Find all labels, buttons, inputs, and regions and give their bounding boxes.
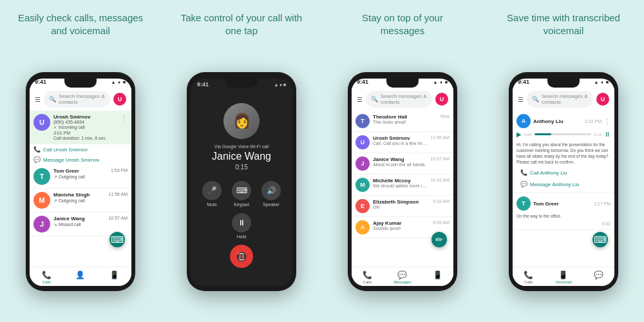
action-call-urosh[interactable]: 📞 Call Urosh Smirnov	[30, 144, 131, 155]
call-avatar-wrap: 👩 Via Google Voice Wi-Fi call Janice Wan…	[191, 90, 292, 171]
vm-duration-end-anthony: 0:12	[594, 133, 601, 137]
nav-voicemail-m[interactable]: 📱	[433, 270, 442, 284]
msg-time-urosh: 11:56 AM	[430, 135, 450, 140]
action-call-label-1: Call Urosh Smirnov	[43, 147, 88, 153]
vm-item-anthony[interactable]: A Anthony Liu 2:32 PM ⋮ ▶ 0:00	[513, 111, 614, 193]
fab-voicemail[interactable]: ⌨	[592, 232, 608, 247]
fab-messages[interactable]: ✏	[431, 232, 447, 247]
end-call-button[interactable]: 📵	[230, 245, 253, 268]
speaker-button[interactable]: 🔊 Speaker	[261, 181, 281, 207]
contact-avatar-manisha: M	[33, 192, 50, 209]
vm-progress-bar-anthony[interactable]	[535, 133, 592, 135]
hold-icon: ⏸	[232, 213, 251, 232]
contact-info-urosh: Urosh Smirnov (850) 435-4634 ✓ Incoming …	[53, 114, 118, 140]
phone-messages-screen: 9:41 ▲ ♦ ■ ☰ 🔍 Search messages & contact…	[352, 79, 453, 286]
nav-calls-m[interactable]: 📞 Calls	[363, 270, 372, 284]
phone-status-1: ▲ ♦ ■	[111, 80, 126, 84]
msg-item-janice[interactable]: J Janice Wang About to join the all hand…	[352, 153, 453, 175]
vm-duration-start-anthony: 0:00	[524, 133, 532, 137]
hamburger-icon-4: ☰	[518, 96, 524, 103]
contact-name-tom: Tom Greer	[53, 168, 108, 174]
search-input-4[interactable]: 🔍 Search messages & contacts	[527, 91, 593, 108]
msg-avatar-michelle: M	[355, 178, 370, 192]
contact-name-urosh: Urosh Smirnov	[53, 114, 118, 120]
contact-item-tom[interactable]: T Tom Greer ↗ Outgoing call 1:53 PM	[30, 165, 131, 189]
phone-messages: 9:41 ▲ ♦ ■ ☰ 🔍 Search messages & contact…	[348, 72, 457, 291]
more-icon-urosh[interactable]: ⋮	[121, 114, 128, 121]
action-msg-urosh[interactable]: 💬 Message Urosh Smirnov	[30, 155, 131, 165]
panel-messages-title: Stay on top of your messages	[362, 12, 443, 39]
msg-preview-michelle: We should gather more information on...	[373, 184, 427, 188]
contact-item-active[interactable]: U Urosh Smirnov (850) 435-4634 ✓ Incomin…	[30, 111, 131, 144]
vm-name-tom: Tom Greer	[533, 201, 559, 207]
msg-info-elizabeth: Elizabeth Simpson Ok!	[373, 199, 430, 209]
contact-item-manisha[interactable]: M Manisha Singh ↗ Outgoing call 11:56 AM	[30, 189, 131, 213]
call-name: Janice Wang	[212, 151, 271, 162]
msg-item-theodore[interactable]: T Theodore Hall This looks great! Now	[352, 111, 453, 132]
messages-nav-icon: 💬	[397, 270, 407, 279]
bottom-nav-voicemail: 📞 Calls 📱 Voicemail 💬	[513, 267, 614, 286]
call-controls: 🎤 Mute ⌨ Keypad 🔊 Speaker	[191, 171, 292, 207]
action-msg-label-1: Message Urosh Smirnov	[43, 157, 100, 163]
vm-call-icon-anthony: 📞	[520, 169, 527, 176]
mute-button[interactable]: 🎤 Mute	[202, 181, 222, 207]
search-input-3[interactable]: 🔍 Search messages & contacts	[366, 91, 432, 108]
contact-avatar-urosh: U	[33, 114, 50, 131]
call-duration: 0:15	[235, 164, 247, 171]
vm-more-anthony[interactable]: ⋮	[604, 118, 611, 125]
phone-messages-wrap: 9:41 ▲ ♦ ■ ☰ 🔍 Search messages & contact…	[348, 48, 457, 316]
calls-nav-icon-m: 📞	[363, 270, 372, 279]
nav-contacts[interactable]: 👤	[75, 270, 85, 284]
contact-detail-dur-urosh: Call duration: 1 min, 8 sec	[53, 136, 118, 140]
search-placeholder-1: Search messages & contacts	[59, 93, 105, 105]
vm-play-icon-anthony[interactable]: ▶	[516, 131, 522, 138]
hamburger-icon-1: ☰	[35, 96, 41, 103]
msg-item-michelle[interactable]: M Michelle Mccoy We should gather more i…	[352, 175, 453, 196]
msg-preview-ajay: Sounds good!	[373, 226, 430, 231]
search-placeholder-4: Search messages & contacts	[542, 93, 588, 105]
hold-button[interactable]: ⏸ Hold	[232, 213, 251, 239]
msg-item-urosh[interactable]: U Urosh Smirnov Call. Call you in a few …	[352, 132, 453, 153]
nav-calls-v[interactable]: 📞 Calls	[524, 270, 533, 284]
dark-status-icons: ▲ ♦ ■	[274, 82, 286, 87]
msg-name-urosh: Urosh Smirnov	[373, 135, 427, 141]
msg-item-elizabeth[interactable]: E Elizabeth Simpson Ok! 9:32 AM	[352, 196, 453, 217]
vm-item-tom[interactable]: T Tom Greer 1:27 PM On the way to the of…	[513, 193, 614, 230]
voicemail-nav-icon-v: 📱	[558, 270, 568, 279]
vm-pause-icon-anthony[interactable]: ⏸	[604, 131, 611, 138]
search-input-1[interactable]: 🔍 Search messages & contacts	[44, 91, 110, 108]
keypad-button[interactable]: ⌨ Keypad	[232, 181, 251, 207]
vm-avatar-anthony: A	[516, 114, 531, 128]
msg-name-janice: Janice Wang	[373, 156, 427, 162]
panel-calls-title: Easily check calls, messages and voicema…	[18, 12, 143, 39]
messages-nav-label: Messages	[393, 280, 411, 284]
search-bar-1: ☰ 🔍 Search messages & contacts U	[30, 88, 131, 111]
vm-transcript-anthony: Hi, I'm calling you about the presentati…	[516, 140, 611, 166]
bottom-nav-messages: 📞 Calls 💬 Messages 📱	[352, 267, 453, 286]
vm-msg-icon-anthony: 💬	[520, 181, 527, 187]
phone-calls-wrap: 9:41 ▲ ♦ ■ ☰ 🔍 Search messages & contact…	[26, 48, 135, 316]
nav-messages-m[interactable]: 💬 Messages	[393, 270, 411, 284]
nav-more[interactable]: 📱	[109, 270, 119, 284]
calls-nav-label-v: Calls	[524, 280, 533, 284]
vm-top-tom: T Tom Greer 1:27 PM	[516, 196, 611, 211]
vm-name-anthony: Anthony Liu	[533, 118, 564, 124]
panel-calls: Easily check calls, messages and voicema…	[0, 0, 161, 322]
vm-action-msg-anthony[interactable]: 💬 Message Anthony Liu	[516, 179, 611, 189]
user-avatar-1: U	[113, 93, 126, 106]
msg-time-ajay: 8:03 AM	[433, 220, 450, 225]
keypad-icon: ⌨	[232, 181, 251, 200]
more-nav-icon: 📱	[109, 270, 119, 279]
vm-action-call-anthony[interactable]: 📞 Call Anthony Liu	[516, 167, 611, 178]
contact-detail-manisha: ↗ Outgoing call	[53, 198, 105, 204]
nav-more-v[interactable]: 💬	[594, 270, 603, 284]
contact-phone-urosh: (850) 435-4634	[53, 120, 118, 124]
nav-calls[interactable]: 📞 Calls	[42, 270, 52, 284]
contact-info-manisha: Manisha Singh ↗ Outgoing call	[53, 192, 105, 204]
phone-active-call-wrap: 9:41 ▲ ♦ ■ 👩 Via Google Voice Wi-Fi call…	[187, 48, 296, 316]
calls-nav-label: Calls	[43, 280, 51, 284]
nav-voicemail-v[interactable]: 📱 Voicemail	[555, 270, 572, 284]
phone-calls-screen: 9:41 ▲ ♦ ■ ☰ 🔍 Search messages & contact…	[30, 79, 131, 286]
fab-calls[interactable]: ⌨	[109, 232, 125, 247]
panel-voicemail-title: Save time with transcribed voicemail	[507, 12, 620, 39]
